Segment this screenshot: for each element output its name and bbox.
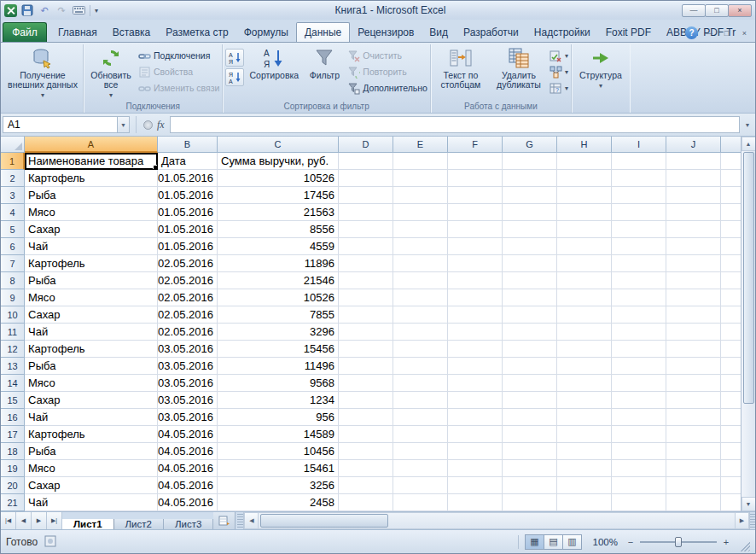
cell-H5[interactable]: [557, 221, 612, 238]
column-header-G[interactable]: G: [503, 137, 557, 153]
data-validation-button[interactable]: ▾: [550, 49, 568, 62]
cell-F14[interactable]: [448, 375, 503, 392]
cell-E11[interactable]: [393, 324, 448, 341]
save-icon[interactable]: [20, 3, 34, 17]
workbook-minimize-button[interactable]: —: [701, 27, 716, 39]
cell-C8[interactable]: 21546: [218, 272, 339, 289]
cell-I10[interactable]: [612, 306, 666, 324]
cell-B11[interactable]: 02.05.2016: [158, 324, 218, 341]
outline-button[interactable]: Структура ▾: [574, 45, 627, 90]
cell-D21[interactable]: [339, 494, 393, 511]
cell-I17[interactable]: [612, 426, 666, 443]
cell-A14[interactable]: Мясо: [25, 375, 158, 392]
keyboard-icon[interactable]: [72, 3, 85, 17]
column-header-B[interactable]: B: [158, 137, 218, 153]
cell-I2[interactable]: [612, 170, 666, 187]
cell-E8[interactable]: [393, 272, 448, 289]
cell-B3[interactable]: 01.05.2016: [158, 187, 218, 204]
cell-I21[interactable]: [612, 494, 666, 511]
cell-C2[interactable]: 10526: [218, 170, 339, 187]
cell-B8[interactable]: 02.05.2016: [158, 272, 218, 289]
tab-формулы[interactable]: Формулы: [236, 22, 296, 42]
sort-button[interactable]: АЯ Сортировка: [247, 45, 301, 80]
cell-B6[interactable]: 01.05.2016: [158, 238, 218, 255]
cell-G20[interactable]: [503, 477, 557, 494]
cell-E3[interactable]: [393, 187, 448, 204]
row-header-13[interactable]: 13: [1, 358, 25, 375]
formula-input[interactable]: [170, 116, 740, 133]
restore-button[interactable]: □: [705, 4, 729, 17]
cell-A19[interactable]: Мясо: [25, 460, 158, 477]
cell-F3[interactable]: [448, 187, 503, 204]
cell-D15[interactable]: [339, 392, 393, 409]
cell-A20[interactable]: Сахар: [25, 477, 158, 494]
sort-descending-button[interactable]: ЯА: [225, 68, 244, 86]
cell-A21[interactable]: Чай: [25, 494, 158, 511]
horizontal-scroll-thumb[interactable]: [260, 514, 388, 528]
cell-D10[interactable]: [339, 306, 393, 324]
cell-H18[interactable]: [557, 443, 612, 460]
help-icon[interactable]: ?: [685, 26, 698, 39]
next-sheet-icon[interactable]: ▶: [32, 512, 47, 529]
cell-G17[interactable]: [503, 426, 557, 443]
cell-E17[interactable]: [393, 426, 448, 443]
cell-B17[interactable]: 04.05.2016: [158, 426, 218, 443]
cell-I8[interactable]: [612, 272, 666, 289]
cell-B13[interactable]: 03.05.2016: [158, 358, 218, 375]
cell-D9[interactable]: [339, 289, 393, 306]
cell-C10[interactable]: 7855: [218, 306, 339, 324]
row-header-10[interactable]: 10: [1, 306, 25, 324]
cell-H7[interactable]: [557, 255, 612, 272]
cell-A16[interactable]: Чай: [25, 409, 158, 426]
cell-J5[interactable]: [666, 221, 721, 238]
refresh-all-button[interactable]: Обновить все ▾: [86, 45, 136, 100]
cell-B9[interactable]: 02.05.2016: [158, 289, 218, 306]
cell-G16[interactable]: [503, 409, 557, 426]
cell-J15[interactable]: [666, 392, 721, 409]
filter-button[interactable]: Фильтр: [304, 45, 345, 80]
cell-E20[interactable]: [393, 477, 448, 494]
cell-B12[interactable]: 03.05.2016: [158, 341, 218, 358]
cell-B20[interactable]: 04.05.2016: [158, 477, 218, 494]
cell-C21[interactable]: 2458: [218, 494, 339, 511]
cell-J7[interactable]: [666, 255, 721, 272]
cell-E16[interactable]: [393, 409, 448, 426]
tab-данные[interactable]: Данные: [296, 22, 350, 42]
cell-I16[interactable]: [612, 409, 666, 426]
cell-E10[interactable]: [393, 306, 448, 324]
cell-B4[interactable]: 01.05.2016: [158, 204, 218, 221]
cell-D18[interactable]: [339, 443, 393, 460]
cell-I5[interactable]: [612, 221, 666, 238]
cell-B16[interactable]: 03.05.2016: [158, 409, 218, 426]
row-header-5[interactable]: 5: [1, 221, 25, 238]
cell-C17[interactable]: 14589: [218, 426, 339, 443]
tab-надстройки[interactable]: Надстройки: [526, 22, 598, 42]
scrollbar-split-handle[interactable]: [749, 512, 755, 529]
scroll-left-icon[interactable]: ◀: [244, 512, 259, 529]
row-header-9[interactable]: 9: [1, 289, 25, 306]
cell-F1[interactable]: [448, 153, 503, 170]
cell-I19[interactable]: [612, 460, 666, 477]
cell-H14[interactable]: [557, 375, 612, 392]
cell-F7[interactable]: [448, 255, 503, 272]
cell-H1[interactable]: [557, 153, 612, 170]
redo-icon[interactable]: ↷: [55, 3, 68, 17]
cell-A5[interactable]: Сахар: [25, 221, 158, 238]
cell-E1[interactable]: [393, 153, 448, 170]
cell-G9[interactable]: [503, 289, 557, 306]
column-header-C[interactable]: C: [218, 137, 339, 153]
cell-F11[interactable]: [448, 324, 503, 341]
cell-F21[interactable]: [448, 494, 503, 511]
tab-вставка[interactable]: Вставка: [105, 22, 159, 42]
cell-B2[interactable]: 01.05.2016: [158, 170, 218, 187]
row-header-12[interactable]: 12: [1, 341, 25, 358]
cell-E4[interactable]: [393, 204, 448, 221]
cell-E14[interactable]: [393, 375, 448, 392]
tab-split-handle[interactable]: [237, 512, 244, 529]
horizontal-scroll-track[interactable]: [259, 512, 735, 529]
zoom-out-button[interactable]: −: [625, 536, 637, 548]
column-header-J[interactable]: J: [666, 137, 721, 153]
cell-D8[interactable]: [339, 272, 393, 289]
name-box-dropdown-icon[interactable]: ▼: [117, 116, 130, 133]
connections-button[interactable]: Подключения: [138, 49, 219, 62]
